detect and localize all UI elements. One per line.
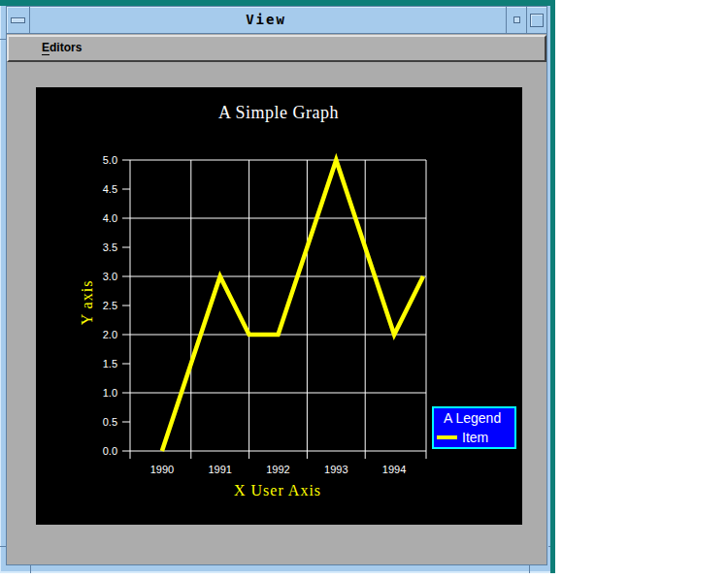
maximize-icon — [530, 14, 544, 27]
menu-item-editors-initial: E — [42, 41, 50, 55]
data-series-line — [162, 160, 423, 451]
legend-item-label: Item — [462, 428, 488, 447]
y-tick-label: 2.5 — [103, 300, 117, 311]
chart-area: 0.00.51.01.52.02.53.03.54.04.55.01990199… — [36, 87, 522, 525]
y-tick-label: 2.0 — [103, 329, 117, 340]
y-axis-title: Y axis — [79, 280, 95, 326]
y-tick-label: 5.0 — [103, 154, 117, 166]
view-window: View Editors 0.00.51.01.52.02.53.03.54.0… — [0, 0, 555, 573]
desktop: View Editors 0.00.51.01.52.02.53.03.54.0… — [0, 0, 728, 579]
x-tick-label: 1993 — [324, 464, 347, 475]
frame-notch — [529, 565, 530, 573]
frame-notch — [0, 546, 6, 547]
frame-notch — [548, 546, 550, 547]
y-tick-label: 3.5 — [103, 241, 117, 253]
x-tick-label: 1991 — [208, 464, 231, 475]
y-tick-label: 0.5 — [103, 416, 117, 428]
legend-title: A Legend — [434, 408, 514, 428]
window-title: View — [30, 7, 502, 33]
frame-notch — [0, 39, 6, 40]
window-menu-dash-icon — [11, 17, 25, 23]
window-menu-button[interactable] — [7, 7, 30, 33]
y-tick-label: 4.5 — [103, 183, 117, 195]
menu-item-editors-rest: ditors — [50, 41, 82, 54]
menubar: Editors — [7, 35, 546, 62]
titlebar[interactable]: View — [7, 7, 546, 34]
y-tick-label: 1.0 — [103, 387, 117, 399]
legend: A Legend Item — [432, 406, 516, 449]
x-tick-label: 1992 — [266, 464, 289, 475]
minimize-icon — [513, 16, 520, 23]
chart-svg: 0.00.51.01.52.02.53.03.54.04.55.01990199… — [36, 87, 522, 525]
menu-item-editors[interactable]: Editors — [42, 37, 82, 59]
legend-swatch-line-icon — [437, 435, 457, 439]
x-axis-title: X User Axis — [234, 482, 321, 499]
y-tick-label: 0.0 — [103, 445, 117, 457]
y-tick-label: 3.0 — [103, 271, 117, 282]
chart-title: A Simple Graph — [218, 103, 339, 122]
x-tick-label: 1990 — [150, 464, 174, 475]
maximize-button[interactable] — [526, 7, 546, 33]
y-tick-label: 4.0 — [103, 212, 117, 224]
window-inner-frame: View Editors 0.00.51.01.52.02.53.03.54.0… — [6, 6, 547, 565]
frame-notch — [30, 565, 31, 573]
x-tick-label: 1994 — [382, 464, 406, 475]
y-tick-label: 1.5 — [103, 358, 117, 370]
minimize-button[interactable] — [506, 7, 526, 33]
